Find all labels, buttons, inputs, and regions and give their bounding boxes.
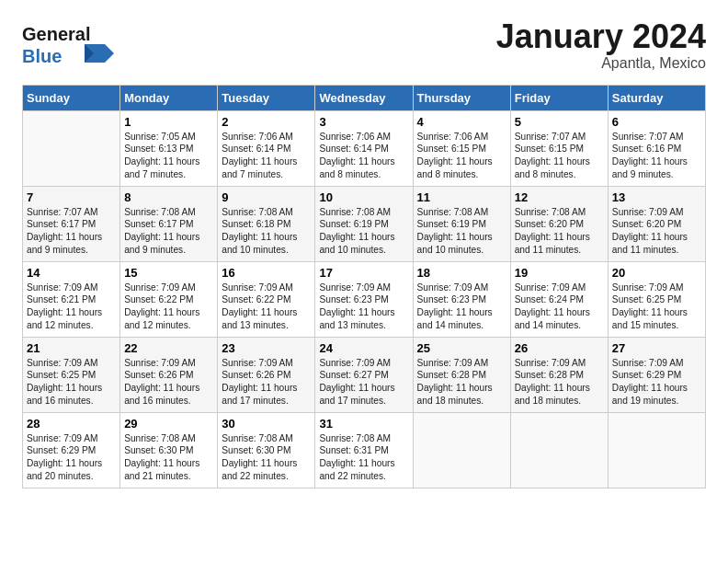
header-day-friday: Friday [510,85,608,110]
day-number: 15 [124,266,213,280]
day-info: Sunrise: 7:08 AM Sunset: 6:19 PM Dayligh… [417,206,506,257]
calendar-cell: 28Sunrise: 7:09 AM Sunset: 6:29 PM Dayli… [23,412,120,488]
day-info: Sunrise: 7:08 AM Sunset: 6:30 PM Dayligh… [124,432,213,483]
logo: General Blue [22,18,123,70]
day-number: 12 [515,190,604,204]
calendar-cell: 24Sunrise: 7:09 AM Sunset: 6:27 PM Dayli… [315,337,413,412]
day-number: 19 [515,266,604,280]
day-info: Sunrise: 7:09 AM Sunset: 6:25 PM Dayligh… [612,282,701,332]
main-title: January 2024 [496,18,706,55]
day-number: 28 [27,417,116,431]
calendar-cell: 18Sunrise: 7:09 AM Sunset: 6:23 PM Dayli… [413,261,510,337]
calendar-cell: 8Sunrise: 7:08 AM Sunset: 6:17 PM Daylig… [120,186,218,261]
day-info: Sunrise: 7:09 AM Sunset: 6:23 PM Dayligh… [417,282,506,332]
title-block: January 2024 Apantla, Mexico [496,18,706,72]
calendar-cell: 16Sunrise: 7:09 AM Sunset: 6:22 PM Dayli… [218,261,315,337]
day-number: 2 [222,115,311,129]
calendar-cell: 13Sunrise: 7:09 AM Sunset: 6:20 PM Dayli… [608,186,705,261]
day-number: 7 [27,190,116,204]
day-number: 20 [612,266,701,280]
week-row-3: 14Sunrise: 7:09 AM Sunset: 6:21 PM Dayli… [23,261,706,337]
calendar-cell [23,110,120,186]
day-info: Sunrise: 7:08 AM Sunset: 6:17 PM Dayligh… [124,206,213,257]
day-info: Sunrise: 7:07 AM Sunset: 6:16 PM Dayligh… [612,131,701,181]
day-number: 5 [515,115,604,129]
day-number: 3 [319,115,408,129]
svg-text:Blue: Blue [22,46,62,66]
day-info: Sunrise: 7:08 AM Sunset: 6:30 PM Dayligh… [222,432,311,483]
day-info: Sunrise: 7:08 AM Sunset: 6:20 PM Dayligh… [515,206,604,257]
calendar-cell: 7Sunrise: 7:07 AM Sunset: 6:17 PM Daylig… [23,186,120,261]
day-number: 22 [124,341,213,355]
calendar-cell: 29Sunrise: 7:08 AM Sunset: 6:30 PM Dayli… [120,412,218,488]
calendar-cell: 14Sunrise: 7:09 AM Sunset: 6:21 PM Dayli… [23,261,120,337]
day-info: Sunrise: 7:09 AM Sunset: 6:26 PM Dayligh… [222,357,311,408]
day-info: Sunrise: 7:09 AM Sunset: 6:28 PM Dayligh… [417,357,506,408]
calendar-cell: 4Sunrise: 7:06 AM Sunset: 6:15 PM Daylig… [413,110,510,186]
day-info: Sunrise: 7:09 AM Sunset: 6:29 PM Dayligh… [612,357,701,408]
header-day-tuesday: Tuesday [218,85,315,110]
day-info: Sunrise: 7:09 AM Sunset: 6:22 PM Dayligh… [222,282,311,332]
day-info: Sunrise: 7:08 AM Sunset: 6:31 PM Dayligh… [319,432,408,483]
header-day-sunday: Sunday [23,85,120,110]
calendar-cell: 10Sunrise: 7:08 AM Sunset: 6:19 PM Dayli… [315,186,413,261]
calendar-cell [608,412,705,488]
calendar-cell: 19Sunrise: 7:09 AM Sunset: 6:24 PM Dayli… [510,261,608,337]
day-info: Sunrise: 7:09 AM Sunset: 6:22 PM Dayligh… [124,282,213,332]
header-day-thursday: Thursday [413,85,510,110]
calendar-cell: 1Sunrise: 7:05 AM Sunset: 6:13 PM Daylig… [120,110,218,186]
day-info: Sunrise: 7:06 AM Sunset: 6:14 PM Dayligh… [319,131,408,181]
day-info: Sunrise: 7:09 AM Sunset: 6:20 PM Dayligh… [612,206,701,257]
calendar-cell: 6Sunrise: 7:07 AM Sunset: 6:16 PM Daylig… [608,110,705,186]
day-number: 1 [124,115,213,129]
calendar-cell: 5Sunrise: 7:07 AM Sunset: 6:15 PM Daylig… [510,110,608,186]
header-day-monday: Monday [120,85,218,110]
day-info: Sunrise: 7:09 AM Sunset: 6:29 PM Dayligh… [27,432,116,483]
day-number: 24 [319,341,408,355]
week-row-2: 7Sunrise: 7:07 AM Sunset: 6:17 PM Daylig… [23,186,706,261]
day-info: Sunrise: 7:09 AM Sunset: 6:25 PM Dayligh… [27,357,116,408]
week-row-4: 21Sunrise: 7:09 AM Sunset: 6:25 PM Dayli… [23,337,706,412]
day-number: 11 [417,190,506,204]
calendar-cell: 30Sunrise: 7:08 AM Sunset: 6:30 PM Dayli… [218,412,315,488]
calendar-cell: 11Sunrise: 7:08 AM Sunset: 6:19 PM Dayli… [413,186,510,261]
day-number: 27 [612,341,701,355]
calendar-cell: 21Sunrise: 7:09 AM Sunset: 6:25 PM Dayli… [23,337,120,412]
subtitle: Apantla, Mexico [496,55,706,72]
day-number: 26 [515,341,604,355]
day-number: 8 [124,190,213,204]
day-info: Sunrise: 7:08 AM Sunset: 6:19 PM Dayligh… [319,206,408,257]
week-row-5: 28Sunrise: 7:09 AM Sunset: 6:29 PM Dayli… [23,412,706,488]
day-info: Sunrise: 7:06 AM Sunset: 6:14 PM Dayligh… [222,131,311,181]
day-number: 6 [612,115,701,129]
day-info: Sunrise: 7:06 AM Sunset: 6:15 PM Dayligh… [417,131,506,181]
calendar-cell: 31Sunrise: 7:08 AM Sunset: 6:31 PM Dayli… [315,412,413,488]
week-row-1: 1Sunrise: 7:05 AM Sunset: 6:13 PM Daylig… [23,110,706,186]
calendar-cell: 3Sunrise: 7:06 AM Sunset: 6:14 PM Daylig… [315,110,413,186]
calendar-cell: 23Sunrise: 7:09 AM Sunset: 6:26 PM Dayli… [218,337,315,412]
day-info: Sunrise: 7:09 AM Sunset: 6:21 PM Dayligh… [27,282,116,332]
calendar-cell: 22Sunrise: 7:09 AM Sunset: 6:26 PM Dayli… [120,337,218,412]
calendar-cell [510,412,608,488]
calendar-cell: 25Sunrise: 7:09 AM Sunset: 6:28 PM Dayli… [413,337,510,412]
day-number: 10 [319,190,408,204]
day-info: Sunrise: 7:05 AM Sunset: 6:13 PM Dayligh… [124,131,213,181]
calendar-cell: 17Sunrise: 7:09 AM Sunset: 6:23 PM Dayli… [315,261,413,337]
calendar-cell: 12Sunrise: 7:08 AM Sunset: 6:20 PM Dayli… [510,186,608,261]
logo-text: General Blue [22,18,123,70]
day-number: 16 [222,266,311,280]
day-number: 17 [319,266,408,280]
day-number: 13 [612,190,701,204]
day-number: 21 [27,341,116,355]
calendar-cell: 9Sunrise: 7:08 AM Sunset: 6:18 PM Daylig… [218,186,315,261]
svg-text:General: General [22,24,90,44]
day-info: Sunrise: 7:09 AM Sunset: 6:27 PM Dayligh… [319,357,408,408]
day-number: 4 [417,115,506,129]
page: General Blue January 2024 Apantla, Mexic… [0,0,728,498]
day-number: 25 [417,341,506,355]
calendar-cell [413,412,510,488]
day-info: Sunrise: 7:09 AM Sunset: 6:24 PM Dayligh… [515,282,604,332]
header-row: SundayMondayTuesdayWednesdayThursdayFrid… [23,85,706,110]
day-info: Sunrise: 7:08 AM Sunset: 6:18 PM Dayligh… [222,206,311,257]
day-number: 18 [417,266,506,280]
